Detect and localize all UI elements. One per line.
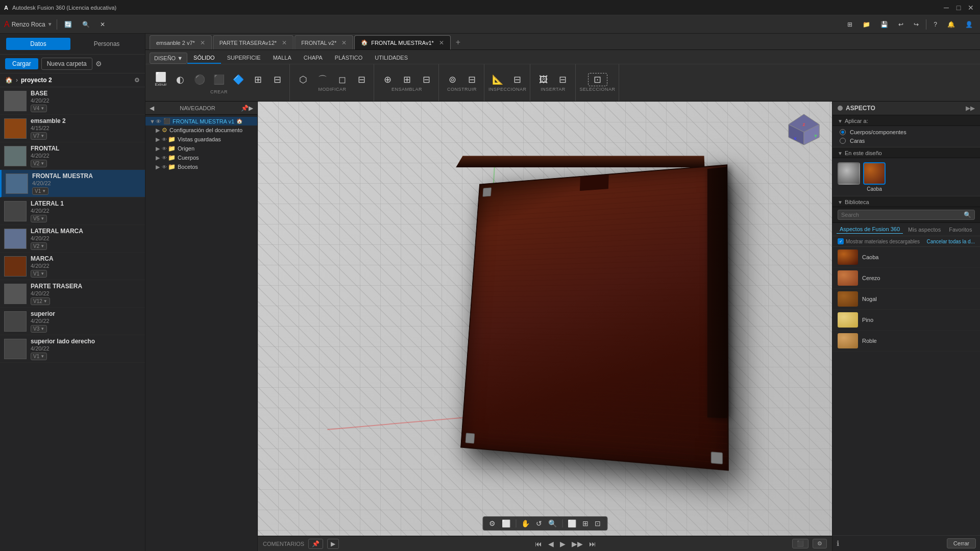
const-more-btn[interactable]: ⊟ [462, 73, 481, 86]
create-more-btn[interactable]: ⊟ [268, 73, 286, 86]
search-app-button[interactable]: 🔍 [79, 20, 93, 29]
nav-expand-right-button[interactable]: ▶ [249, 105, 253, 112]
viewport[interactable]: Z Y X ⚙ ⬜ ✋ ↺ 🔍 [258, 102, 832, 536]
ens-as-built-btn[interactable]: ⊞ [398, 73, 416, 86]
item-row[interactable]: MARCA4/20/22V1 ▼ [0, 253, 145, 280]
cancel-downloads-link[interactable]: Cancelar todas la d... [927, 239, 975, 244]
create-loft-btn[interactable]: 🔷 [229, 73, 248, 86]
account-button[interactable]: 👤 [962, 20, 976, 29]
redo-button[interactable]: ↪ [911, 20, 922, 29]
inspect-measure-btn[interactable]: 📐 [488, 73, 507, 86]
lib-tab-mis[interactable]: Mis aspectos [905, 226, 944, 234]
record-animation-btn[interactable]: ⬛ [792, 539, 808, 548]
mat-caoba[interactable]: Caoba [832, 247, 980, 268]
lib-tab-fusion[interactable]: Aspectos de Fusion 360 [837, 225, 903, 234]
nav-views-item[interactable]: ▶ 👁 📁 Vistas guardadas [145, 135, 257, 144]
undo-button[interactable]: ↩ [895, 20, 906, 29]
item-row[interactable]: superior4/20/22V3 ▼ [0, 308, 145, 335]
library-collapse-icon[interactable]: ▼ [838, 199, 843, 205]
ribbon-tab-malla[interactable]: MALLA [267, 53, 298, 64]
ribbon-tab-superficie[interactable]: SUPERFICIE [221, 53, 267, 64]
vp-pan-btn[interactable]: ✋ [519, 518, 532, 529]
wood-caoba-swatch[interactable] [863, 162, 886, 185]
item-row[interactable]: FRONTAL4/20/22V2 ▼ [0, 142, 145, 170]
vp-grid-btn[interactable]: ⊞ [580, 518, 591, 529]
mod-press-btn[interactable]: ⬡ [294, 73, 312, 86]
play-next-btn[interactable]: ▶▶ [571, 539, 584, 549]
create-pattern-btn[interactable]: ⊞ [249, 73, 267, 86]
vp-display-mode-btn[interactable]: ⬜ [566, 518, 578, 529]
minimize-button[interactable]: ─ [941, 3, 951, 13]
lib-tab-favoritos[interactable]: Favoritos [946, 226, 975, 234]
metal-swatch[interactable] [838, 162, 860, 185]
vp-settings-btn[interactable]: ⚙ [487, 518, 498, 529]
design-dropdown[interactable]: DISEÑO ▼ [150, 53, 187, 64]
tab-datos[interactable]: Datos [6, 38, 70, 50]
item-row[interactable]: BASE4/20/22V4 ▼ [0, 87, 145, 115]
item-version[interactable]: V1 ▼ [31, 353, 47, 360]
search-box[interactable]: 🔍 [838, 210, 975, 220]
mat-pino[interactable]: Pino [832, 310, 980, 331]
create-box-btn[interactable]: ⬛ [210, 73, 228, 86]
mod-more-btn[interactable]: ⊟ [352, 73, 371, 86]
notifications-button[interactable]: 🔔 [944, 20, 958, 29]
play-play-btn[interactable]: ▶ [559, 539, 567, 549]
play-start-btn[interactable]: ⏮ [534, 539, 543, 549]
ribbon-tab-plastico[interactable]: PLÁSTICO [329, 53, 369, 64]
sample-metal[interactable] [838, 162, 860, 192]
help-button[interactable]: ? [930, 20, 940, 29]
search-input[interactable] [841, 212, 962, 218]
tab-close-icon[interactable]: ✕ [282, 39, 287, 46]
item-row[interactable]: FRONTAL MUESTRA4/20/22V1 ▼ [0, 170, 145, 197]
tab-parte-trasera[interactable]: PARTE TRASERAv12* ✕ [213, 35, 293, 49]
vp-orbit-btn[interactable]: ↺ [534, 518, 544, 529]
aspect-expand-icon[interactable]: ▶▶ [966, 105, 975, 112]
new-folder-button[interactable]: Nueva carpeta [41, 58, 92, 70]
ribbon-tab-utilidades[interactable]: UTILIDADES [369, 53, 414, 64]
item-row[interactable]: emsamble 24/15/22V7 ▼ [0, 115, 145, 142]
collapse-icon[interactable]: ▼ [838, 151, 843, 156]
load-button[interactable]: Cargar [5, 58, 38, 69]
create-extrude-btn[interactable]: ⬜Extruir [152, 71, 170, 88]
vp-cube-btn[interactable]: ⬜ [500, 518, 512, 529]
tab-close-icon[interactable]: ✕ [200, 39, 205, 46]
mod-shell-btn[interactable]: ◻ [333, 73, 351, 86]
close-panel-button[interactable]: ✕ [97, 20, 108, 29]
item-row[interactable]: superior lado derecho4/20/22V1 ▼ [0, 335, 145, 363]
item-version[interactable]: V2 ▼ [31, 242, 47, 250]
item-version[interactable]: V2 ▼ [31, 160, 47, 167]
nav-root-item[interactable]: ▼ 👁 ⬛ FRONTAL MUESTRA v1 🏠 [145, 117, 257, 126]
add-tab-button[interactable]: + [452, 35, 464, 49]
settings-icon-button[interactable]: ⚙ [95, 60, 102, 68]
tab-close-icon[interactable]: ✕ [341, 39, 347, 46]
tab-close-icon[interactable]: ✕ [439, 39, 444, 46]
file-button[interactable]: 📁 [860, 20, 873, 29]
mat-roble[interactable]: Roble [832, 331, 980, 352]
save-button[interactable]: 💾 [877, 20, 891, 29]
tab-emsanble[interactable]: emsanble 2 v7* ✕ [150, 35, 212, 49]
show-dl-checkbox[interactable]: ✓ [838, 238, 844, 244]
create-sphere-btn[interactable]: ⚫ [190, 73, 209, 86]
mat-cerezo[interactable]: Cerezo [832, 268, 980, 289]
inspect-more-btn[interactable]: ⊟ [508, 73, 526, 86]
select-box-btn[interactable]: ⊡ [589, 73, 607, 86]
collapse-icon[interactable]: ▼ [838, 118, 843, 124]
item-version[interactable]: V1 ▼ [31, 270, 47, 278]
item-version[interactable]: V4 ▼ [31, 105, 47, 112]
mod-fillet-btn[interactable]: ⌒ [313, 73, 332, 86]
insert-decal-btn[interactable]: 🖼 [534, 73, 553, 86]
nav-origin-item[interactable]: ▶ 👁 📁 Origen [145, 144, 257, 153]
close-button[interactable]: ✕ [966, 3, 976, 13]
insert-more-btn[interactable]: ⊟ [554, 73, 572, 86]
axis-cube[interactable]: Z Y X [786, 112, 822, 147]
sample-caoba[interactable]: Caoba [863, 162, 886, 192]
const-plane-btn[interactable]: ⊚ [443, 73, 461, 86]
item-row[interactable]: LATERAL 14/20/22V5 ▼ [0, 197, 145, 225]
create-revolve-btn[interactable]: ◐ [171, 73, 189, 86]
user-menu[interactable]: A Renzo Roca ▼ [4, 20, 53, 29]
grid-view-button[interactable]: ⊞ [844, 20, 855, 29]
nav-sketches-item[interactable]: ▶ 👁 📁 Bocetos [145, 162, 257, 171]
tab-frontal[interactable]: FRONTAL v2* ✕ [295, 35, 353, 49]
nav-pin-button[interactable]: 📌 [241, 105, 249, 112]
item-version[interactable]: V12 ▼ [31, 297, 50, 305]
